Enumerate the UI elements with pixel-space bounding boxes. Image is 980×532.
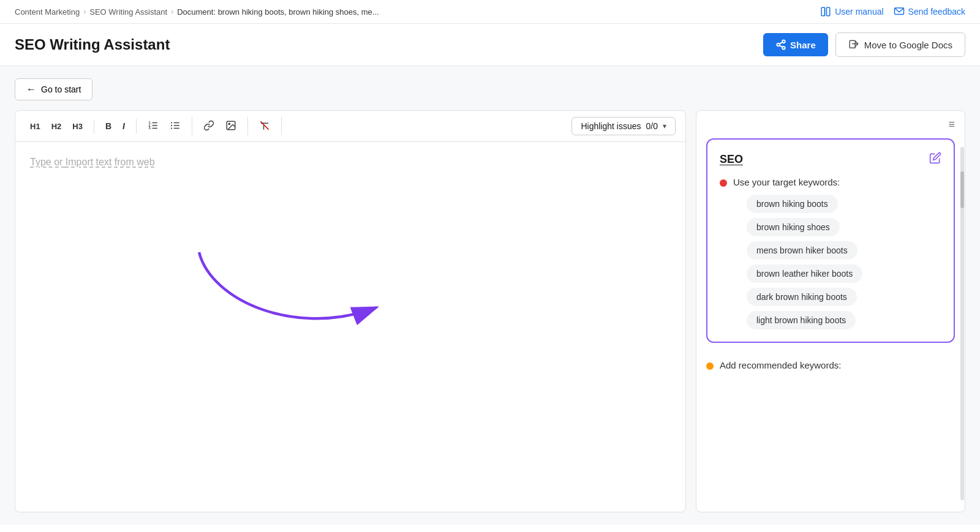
main-content: ← Go to start H1 H2 H3 B I <box>0 66 980 525</box>
page-header: SEO Writing Assistant Share Move to Goog… <box>0 24 980 66</box>
svg-point-4 <box>782 40 785 43</box>
format-clear-group <box>254 117 282 135</box>
import-link[interactable]: Import text from web <box>66 157 155 167</box>
text-format-group: B I <box>100 119 137 133</box>
keyword-chip-4: dark brown hiking boots <box>747 288 857 306</box>
heading-group: H1 H2 H3 <box>25 119 94 133</box>
svg-rect-1 <box>827 7 830 16</box>
keyword-chip-1: brown hiking shoes <box>747 218 840 236</box>
breadcrumb-seo-writing[interactable]: SEO Writing Assistant <box>89 7 167 17</box>
link-icon <box>203 120 214 131</box>
unordered-list-icon <box>170 120 181 131</box>
highlight-count: 0/0 <box>646 121 658 131</box>
top-nav: Content Marketing › SEO Writing Assistan… <box>0 0 980 24</box>
editor-panel: H1 H2 H3 B I 1. 2. <box>15 110 686 512</box>
editor-placeholder: Type or Import text from web <box>30 157 155 167</box>
move-docs-label: Move to Google Docs <box>864 40 952 50</box>
sidebar-top-bar: ≡ <box>696 111 965 131</box>
breadcrumb-sep-2: › <box>171 7 173 16</box>
user-manual-link[interactable]: User manual <box>820 6 883 17</box>
h2-button[interactable]: H2 <box>47 119 67 133</box>
keyword-chip-5: light brown hiking boots <box>747 311 856 329</box>
send-feedback-link[interactable]: Send feedback <box>894 6 965 17</box>
arrow-annotation <box>187 240 395 362</box>
breadcrumb: Content Marketing › SEO Writing Assistan… <box>15 7 379 17</box>
keywords-list: brown hiking boots brown hiking shoes me… <box>733 195 941 329</box>
page-title: SEO Writing Assistant <box>15 36 170 53</box>
insert-group <box>198 117 248 135</box>
chevron-down-icon: ▾ <box>663 122 666 130</box>
bold-button[interactable]: B <box>100 119 116 133</box>
keyword-dot-red <box>720 179 727 187</box>
placeholder-text: Type or <box>30 157 66 167</box>
feedback-icon <box>894 6 905 17</box>
seo-edit-icon[interactable] <box>929 152 941 167</box>
svg-point-21 <box>171 125 172 126</box>
highlight-issues-dropdown[interactable]: Highlight issues 0/0 ▾ <box>571 117 676 135</box>
go-to-start-label: Go to start <box>41 84 81 94</box>
unordered-list-button[interactable] <box>165 117 186 135</box>
clear-format-button[interactable] <box>254 117 275 135</box>
svg-point-6 <box>782 47 785 50</box>
keyword-chip-3: brown leather hiker boots <box>747 264 862 283</box>
share-button[interactable]: Share <box>763 33 828 56</box>
breadcrumb-doc: Document: brown hiking boots, brown hiki… <box>177 7 379 17</box>
svg-rect-0 <box>821 7 824 16</box>
ordered-list-button[interactable]: 1. 2. 3. <box>143 117 164 135</box>
sidebar-panel: ≡ SEO <box>696 110 965 512</box>
breadcrumb-sep-1: › <box>83 7 86 16</box>
svg-point-20 <box>171 122 172 123</box>
link-button[interactable] <box>198 117 219 135</box>
add-keywords-section: Add recommended keywords: <box>696 360 965 380</box>
svg-point-22 <box>171 127 172 129</box>
seo-card-header: SEO <box>720 152 941 167</box>
share-icon <box>775 39 786 50</box>
svg-line-7 <box>779 45 782 47</box>
ordered-list-icon: 1. 2. 3. <box>148 120 159 131</box>
italic-button[interactable]: I <box>118 119 130 133</box>
svg-point-5 <box>777 43 780 47</box>
keyword-chip-0: brown hiking boots <box>747 195 838 213</box>
sidebar-inner: ≡ SEO <box>696 110 965 512</box>
book-icon <box>820 6 831 17</box>
go-to-start-button[interactable]: ← Go to start <box>15 78 92 100</box>
breadcrumb-content-marketing[interactable]: Content Marketing <box>15 7 80 17</box>
svg-point-24 <box>228 123 230 124</box>
highlight-label: Highlight issues <box>581 121 641 131</box>
editor-toolbar: H1 H2 H3 B I 1. 2. <box>15 111 685 142</box>
keyword-chip-2: mens brown hiker boots <box>747 241 858 260</box>
seo-card-title: SEO <box>720 153 743 166</box>
seo-card: SEO Use your target keywords: <box>706 138 955 343</box>
h1-button[interactable]: H1 <box>25 119 45 133</box>
target-keywords-label: Use your target keywords: <box>733 177 941 187</box>
image-button[interactable] <box>221 117 241 135</box>
sidebar-scrollbar[interactable] <box>960 147 964 500</box>
sidebar-menu-icon[interactable]: ≡ <box>948 118 955 131</box>
move-docs-icon <box>848 39 859 50</box>
editor-sidebar-layout: H1 H2 H3 B I 1. 2. <box>15 110 965 512</box>
svg-line-27 <box>260 121 269 130</box>
svg-text:3.: 3. <box>148 126 151 130</box>
move-to-docs-button[interactable]: Move to Google Docs <box>835 32 965 57</box>
add-keywords-label: Add recommended keywords: <box>720 360 841 370</box>
svg-line-8 <box>779 42 782 44</box>
keyword-dot-orange <box>706 362 714 370</box>
image-icon <box>225 120 236 131</box>
share-label: Share <box>790 40 816 50</box>
h3-button[interactable]: H3 <box>67 119 88 133</box>
top-nav-actions: User manual Send feedback <box>820 6 965 17</box>
clear-format-icon <box>259 120 270 131</box>
keyword-section: Use your target keywords: brown hiking b… <box>720 177 941 329</box>
editor-body[interactable]: Type or Import text from web <box>15 142 685 512</box>
header-buttons: Share Move to Google Docs <box>763 32 965 57</box>
list-group: 1. 2. 3. <box>143 117 192 135</box>
sidebar-scrollbar-thumb <box>960 171 964 208</box>
back-arrow-icon: ← <box>26 84 36 95</box>
